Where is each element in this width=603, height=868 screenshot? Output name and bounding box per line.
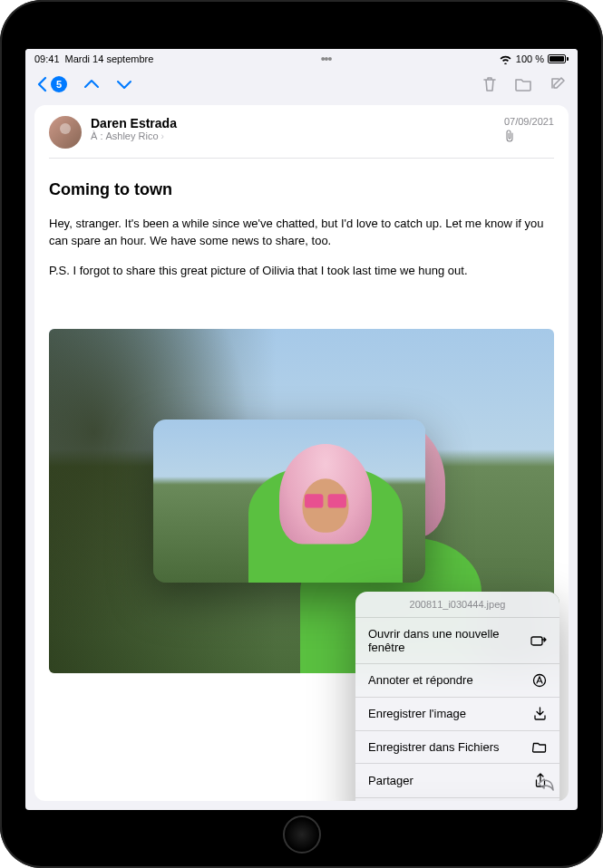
next-message-button[interactable] [116, 79, 132, 90]
mail-paragraph: Hey, stranger. It's been a while since w… [49, 216, 554, 250]
recipient-name: Ashley Rico [105, 130, 158, 141]
mail-paragraph: P.S. I forgot to share this great pictur… [49, 263, 554, 280]
menu-annotate-reply[interactable]: Annoter et répondre [355, 664, 559, 698]
reply-button[interactable] [536, 776, 556, 792]
status-date: Mardi 14 septembre [65, 53, 154, 64]
menu-label: Enregistrer l'image [368, 707, 466, 720]
context-menu-filename: 200811_i030444.jpeg [355, 592, 559, 618]
mail-subject: Coming to town [49, 180, 554, 199]
sender-avatar[interactable] [49, 116, 82, 149]
menu-share[interactable]: Partager [355, 764, 559, 798]
svg-rect-0 [531, 637, 542, 645]
multitask-indicator[interactable]: ••• [321, 52, 332, 66]
menu-copy[interactable]: Copier [355, 798, 559, 801]
mail-date: 07/09/2021 [504, 116, 554, 127]
attachment-area: 200811_i030444.jpeg Ouvrir dans une nouv… [49, 329, 554, 786]
markup-icon [532, 673, 547, 688]
status-bar: 09:41 Mardi 14 septembre ••• 100 % [25, 49, 578, 69]
trash-button[interactable] [481, 75, 498, 93]
wifi-icon [499, 54, 512, 64]
save-image-icon [533, 707, 547, 721]
context-menu: 200811_i030444.jpeg Ouvrir dans une nouv… [355, 592, 559, 801]
ipad-device-frame: 09:41 Mardi 14 septembre ••• 100 % [0, 0, 603, 868]
to-label: À : [91, 130, 102, 141]
back-button[interactable] [36, 76, 47, 92]
attachment-preview-popup[interactable] [153, 420, 425, 583]
mail-header: Daren Estrada À : Ashley Rico › 07/09/20… [49, 116, 554, 159]
mail-toolbar: 5 [25, 69, 578, 100]
mail-body: Hey, stranger. It's been a while since w… [49, 216, 554, 293]
chevron-right-icon: › [161, 131, 164, 141]
mail-message-card: Daren Estrada À : Ashley Rico › 07/09/20… [34, 105, 569, 801]
move-folder-button[interactable] [514, 77, 532, 92]
menu-label: Ouvrir dans une nouvelle fenêtre [368, 627, 530, 654]
home-button[interactable] [283, 815, 321, 854]
battery-percent: 100 % [516, 53, 544, 64]
previous-message-button[interactable] [83, 79, 100, 90]
recipient-line[interactable]: À : Ashley Rico › [91, 130, 495, 141]
menu-label: Partager [368, 774, 413, 787]
attachment-icon [504, 130, 554, 142]
unread-badge: 5 [51, 76, 67, 92]
menu-open-new-window[interactable]: Ouvrir dans une nouvelle fenêtre [355, 618, 559, 664]
open-window-icon [530, 634, 547, 647]
menu-label: Annoter et répondre [368, 673, 473, 687]
compose-button[interactable] [549, 75, 567, 93]
folder-icon [532, 741, 547, 753]
menu-save-to-files[interactable]: Enregistrer dans Fichiers [355, 731, 559, 764]
menu-save-image[interactable]: Enregistrer l'image [355, 698, 559, 731]
battery-icon [548, 54, 569, 63]
screen: 09:41 Mardi 14 septembre ••• 100 % [25, 49, 578, 810]
sender-name[interactable]: Daren Estrada [91, 116, 495, 130]
status-time: 09:41 [34, 53, 60, 64]
menu-label: Enregistrer dans Fichiers [368, 740, 500, 754]
